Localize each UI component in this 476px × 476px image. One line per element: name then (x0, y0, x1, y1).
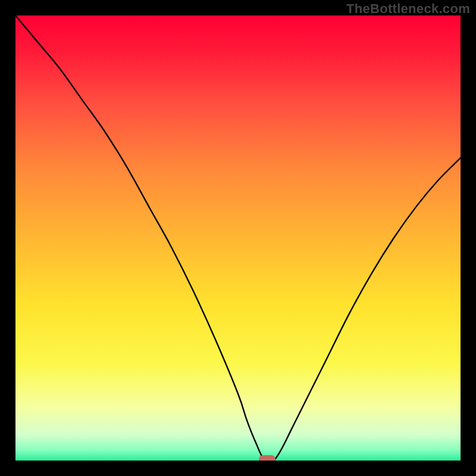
plot-area (15, 15, 461, 461)
watermark-text: TheBottleneck.com (346, 1, 470, 17)
optimum-marker (259, 455, 275, 461)
chart-frame: TheBottleneck.com (0, 0, 476, 476)
bottleneck-curve (15, 15, 461, 461)
